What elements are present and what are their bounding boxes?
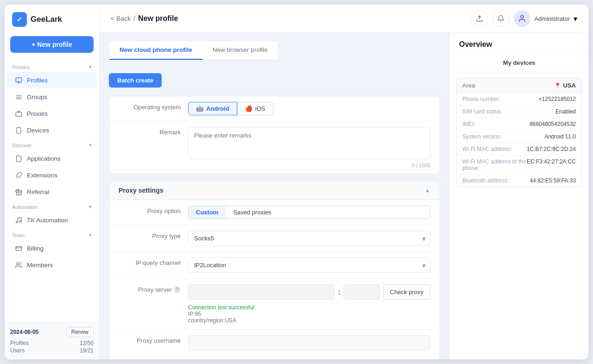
sidebar-item-tk-automation[interactable]: TK Automation xyxy=(7,212,96,228)
proxy-settings-chevron: ▲ xyxy=(425,187,430,194)
logo-text: GeeLark xyxy=(31,15,62,24)
svg-rect-0 xyxy=(16,77,22,82)
detail-row-2: IMEI: 868048054204532 xyxy=(457,118,581,131)
proxy-type-select[interactable]: Socks5 HTTP HTTPS SOCKS4 xyxy=(188,231,430,246)
area-value: 📍 USA xyxy=(554,82,576,89)
sidebar-section-automation: Automation ▾ xyxy=(5,200,99,212)
remark-count: 0 / 1500 xyxy=(188,163,430,168)
sidebar-item-members-label: Members xyxy=(27,262,53,269)
breadcrumb: < Back / New profile xyxy=(111,14,178,23)
sidebar-item-groups-label: Groups xyxy=(27,94,47,100)
sidebar-item-devices[interactable]: Devices xyxy=(7,122,96,138)
os-label: Operating system xyxy=(119,102,188,111)
proxy-server-row: Proxy server ? : Check proxy xyxy=(109,279,440,330)
proxy-server-field: : Check proxy Connection test successful… xyxy=(188,284,430,324)
groups-icon xyxy=(15,93,22,100)
proxy-option-row: Proxy option Custom Saved proxies xyxy=(109,200,440,225)
sidebar-section-primary: Primary ▾ xyxy=(5,60,99,72)
sidebar-item-applications[interactable]: Applications xyxy=(7,151,96,166)
sidebar-item-referral[interactable]: Referral xyxy=(7,184,96,200)
my-devices-label: My devices xyxy=(450,54,588,72)
svg-rect-5 xyxy=(17,127,21,133)
sidebar-item-extensions[interactable]: Extensions xyxy=(7,167,96,183)
sidebar-item-tk-automation-label: TK Automation xyxy=(27,217,68,224)
sidebar-item-applications-label: Applications xyxy=(27,155,61,162)
tab-cloud-phone[interactable]: New cloud phone profile xyxy=(109,41,202,60)
proxy-option-tabs: Custom Saved proxies xyxy=(188,206,430,219)
form-panel: New cloud phone profile New browser prof… xyxy=(100,33,449,359)
proxy-username-input[interactable] xyxy=(188,335,430,351)
basic-settings-section: Operating system 🤖 Android 🍎 iOS xyxy=(109,96,440,174)
check-proxy-button[interactable]: Check proxy xyxy=(383,284,430,300)
proxy-tab-saved[interactable]: Saved proxies xyxy=(226,206,278,219)
batch-create-button[interactable]: Batch create xyxy=(109,73,162,88)
proxy-ip-text: IP:95 xyxy=(188,311,254,317)
detail-row-0: Phone number: +12522185012 xyxy=(457,93,581,106)
detail-row-5: Wi-Fi MAC address of the phone: EC:F3:42… xyxy=(457,156,581,175)
detail-row-3: System version: Android 11.0 xyxy=(457,131,581,143)
breadcrumb-separator: / xyxy=(133,15,135,22)
sidebar-item-groups[interactable]: Groups xyxy=(7,89,96,105)
proxy-host-input[interactable] xyxy=(188,284,335,300)
sidebar-item-proxies[interactable]: Proxies xyxy=(7,106,96,121)
svg-point-14 xyxy=(521,15,524,18)
users-stat-label: Users xyxy=(10,347,25,354)
content-area: New cloud phone profile New browser prof… xyxy=(100,33,588,359)
new-profile-button[interactable]: + New profile xyxy=(10,36,94,53)
proxy-option-field: Custom Saved proxies xyxy=(188,206,430,219)
proxy-region-text: country/region:USA xyxy=(188,317,254,324)
sidebar-item-billing[interactable]: Billing xyxy=(7,240,96,256)
sidebar-item-proxies-label: Proxies xyxy=(27,110,48,117)
overview-title: Overview xyxy=(450,33,588,54)
sidebar-item-members[interactable]: Members xyxy=(7,257,96,273)
android-icon: 🤖 xyxy=(196,105,203,112)
proxy-server-help-icon[interactable]: ? xyxy=(174,286,181,293)
profiles-stat-label: Profiles xyxy=(10,340,29,346)
os-ios-btn[interactable]: 🍎 iOS xyxy=(237,102,273,115)
detail-row-4: Wi-Fi MAC address: 1C:B7:2C:9C:2D:24 xyxy=(457,143,581,156)
user-info[interactable]: Administrator ▾ xyxy=(514,10,577,27)
extensions-icon xyxy=(15,171,22,179)
proxy-type-label: Proxy type xyxy=(119,231,188,239)
logo-icon: ✓ xyxy=(12,12,27,27)
proxy-password-row: Proxy password 👁 xyxy=(109,357,440,359)
sidebar-item-referral-label: Referral xyxy=(27,188,49,195)
renew-button[interactable]: Renew xyxy=(66,327,94,337)
connection-success-text: Connection test successful xyxy=(188,304,254,311)
ios-icon: 🍎 xyxy=(245,105,252,112)
sidebar-item-billing-label: Billing xyxy=(27,245,44,252)
applications-icon xyxy=(15,155,22,162)
proxy-port-input[interactable] xyxy=(343,284,380,300)
logo: ✓ GeeLark xyxy=(5,5,99,32)
os-field: 🤖 Android 🍎 iOS xyxy=(188,102,430,115)
area-row: Area 📍 USA xyxy=(457,78,581,93)
proxy-tab-custom[interactable]: Custom xyxy=(189,206,226,219)
user-dropdown-icon: ▾ xyxy=(574,14,577,23)
back-link[interactable]: < Back xyxy=(111,15,131,22)
sidebar-section-team: Team ▾ xyxy=(5,228,99,240)
sidebar-item-profiles-label: Profiles xyxy=(27,77,48,84)
remark-label: Remark xyxy=(119,127,188,136)
upload-button[interactable] xyxy=(471,10,488,27)
ip-query-row: IP query channel IP2Location ipinfo.io i… xyxy=(109,252,440,279)
ip-query-select[interactable]: IP2Location ipinfo.io ipapi.co xyxy=(188,257,430,273)
notification-button[interactable] xyxy=(492,10,509,27)
os-android-btn[interactable]: 🤖 Android xyxy=(188,102,237,115)
svg-rect-4 xyxy=(16,112,22,116)
svg-point-8 xyxy=(16,221,18,223)
expire-date: 2024-06-05 xyxy=(10,329,38,335)
topbar-actions: Administrator ▾ xyxy=(471,10,577,27)
tab-browser[interactable]: New browser profile xyxy=(202,41,278,60)
sidebar-item-devices-label: Devices xyxy=(27,127,49,134)
proxy-settings-header[interactable]: Proxy settings ▲ xyxy=(109,181,440,200)
sidebar-bottom: 2024-06-05 Renew Profiles 12/50 Users 19… xyxy=(5,322,99,359)
proxy-type-row: Proxy type Socks5 HTTP HTTPS SOCKS4 xyxy=(109,225,440,252)
profile-tabs: New cloud phone profile New browser prof… xyxy=(109,40,278,60)
svg-point-9 xyxy=(19,220,21,222)
sidebar-item-profiles[interactable]: Profiles xyxy=(7,72,96,88)
remark-input[interactable] xyxy=(188,127,430,159)
devices-icon xyxy=(15,126,22,134)
ip-query-label: IP query channel xyxy=(119,257,188,266)
proxy-username-label: Proxy username xyxy=(119,335,188,344)
os-row: Operating system 🤖 Android 🍎 iOS xyxy=(109,96,440,121)
